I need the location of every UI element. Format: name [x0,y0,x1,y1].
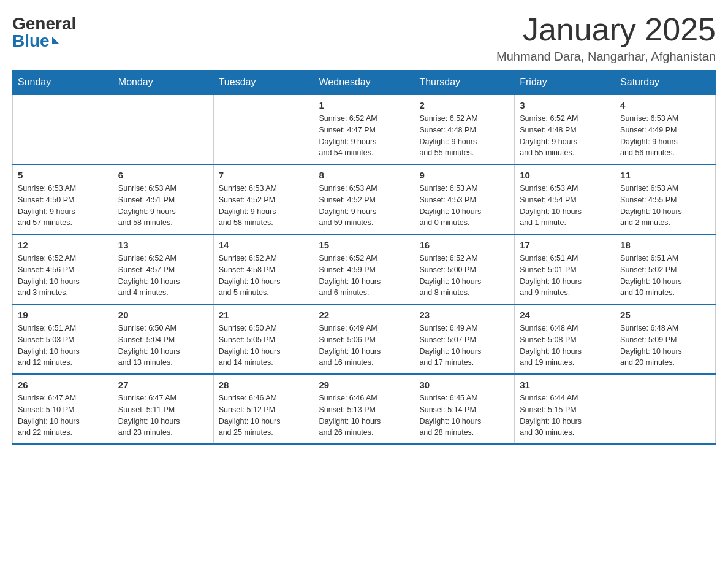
day-info: Sunrise: 6:51 AM Sunset: 5:03 PM Dayligh… [18,323,108,369]
weekday-header-wednesday: Wednesday [314,71,414,95]
day-number: 30 [419,380,509,390]
day-info: Sunrise: 6:52 AM Sunset: 4:47 PM Dayligh… [319,113,409,159]
calendar-cell: 4Sunrise: 6:53 AM Sunset: 4:49 PM Daylig… [615,94,716,164]
calendar-week-row: 12Sunrise: 6:52 AM Sunset: 4:56 PM Dayli… [13,234,716,304]
calendar-cell: 14Sunrise: 6:52 AM Sunset: 4:58 PM Dayli… [213,234,314,304]
day-number: 10 [520,170,610,180]
day-number: 16 [419,240,509,250]
calendar-cell: 15Sunrise: 6:52 AM Sunset: 4:59 PM Dayli… [314,234,414,304]
day-info: Sunrise: 6:52 AM Sunset: 4:57 PM Dayligh… [118,253,208,299]
logo-triangle-icon [52,37,59,44]
day-info: Sunrise: 6:47 AM Sunset: 5:11 PM Dayligh… [118,393,208,439]
page-header: General Blue January 2025 Muhmand Dara, … [12,12,716,64]
day-number: 15 [319,240,409,250]
day-number: 4 [620,100,710,110]
day-info: Sunrise: 6:53 AM Sunset: 4:55 PM Dayligh… [620,183,710,229]
day-number: 6 [118,170,208,180]
day-info: Sunrise: 6:46 AM Sunset: 5:12 PM Dayligh… [219,393,309,439]
calendar-cell [113,94,213,164]
calendar-cell: 1Sunrise: 6:52 AM Sunset: 4:47 PM Daylig… [314,94,414,164]
weekday-header-saturday: Saturday [615,71,716,95]
day-number: 13 [118,240,208,250]
day-number: 5 [18,170,108,180]
day-number: 21 [219,310,309,320]
day-info: Sunrise: 6:52 AM Sunset: 4:48 PM Dayligh… [520,113,610,159]
day-number: 26 [18,380,108,390]
day-number: 22 [319,310,409,320]
day-info: Sunrise: 6:44 AM Sunset: 5:15 PM Dayligh… [520,393,610,439]
calendar-cell [13,94,113,164]
day-number: 9 [419,170,509,180]
day-number: 24 [520,310,610,320]
day-info: Sunrise: 6:48 AM Sunset: 5:09 PM Dayligh… [620,323,710,369]
calendar-week-row: 19Sunrise: 6:51 AM Sunset: 5:03 PM Dayli… [13,304,716,374]
calendar-cell: 16Sunrise: 6:52 AM Sunset: 5:00 PM Dayli… [414,234,515,304]
calendar-cell: 23Sunrise: 6:49 AM Sunset: 5:07 PM Dayli… [414,304,515,374]
day-info: Sunrise: 6:52 AM Sunset: 5:00 PM Dayligh… [419,253,509,299]
weekday-header-monday: Monday [113,71,213,95]
calendar-cell: 11Sunrise: 6:53 AM Sunset: 4:55 PM Dayli… [615,164,716,234]
calendar-cell: 20Sunrise: 6:50 AM Sunset: 5:04 PM Dayli… [113,304,213,374]
day-number: 20 [118,310,208,320]
day-number: 27 [118,380,208,390]
day-number: 18 [620,240,710,250]
day-info: Sunrise: 6:52 AM Sunset: 4:48 PM Dayligh… [419,113,509,159]
calendar-cell: 22Sunrise: 6:49 AM Sunset: 5:06 PM Dayli… [314,304,414,374]
calendar-cell: 24Sunrise: 6:48 AM Sunset: 5:08 PM Dayli… [515,304,615,374]
day-info: Sunrise: 6:47 AM Sunset: 5:10 PM Dayligh… [18,393,108,439]
calendar-cell: 26Sunrise: 6:47 AM Sunset: 5:10 PM Dayli… [13,374,113,444]
logo-general-text: General [12,15,76,33]
day-info: Sunrise: 6:50 AM Sunset: 5:05 PM Dayligh… [219,323,309,369]
weekday-header-thursday: Thursday [414,71,515,95]
calendar-cell: 28Sunrise: 6:46 AM Sunset: 5:12 PM Dayli… [213,374,314,444]
calendar-cell: 9Sunrise: 6:53 AM Sunset: 4:53 PM Daylig… [414,164,515,234]
calendar-cell: 27Sunrise: 6:47 AM Sunset: 5:11 PM Dayli… [113,374,213,444]
calendar-cell: 31Sunrise: 6:44 AM Sunset: 5:15 PM Dayli… [515,374,615,444]
logo-blue-text: Blue [12,33,76,50]
day-info: Sunrise: 6:53 AM Sunset: 4:49 PM Dayligh… [620,113,710,159]
day-number: 14 [219,240,309,250]
day-info: Sunrise: 6:53 AM Sunset: 4:52 PM Dayligh… [219,183,309,229]
calendar-cell: 21Sunrise: 6:50 AM Sunset: 5:05 PM Dayli… [213,304,314,374]
calendar-cell: 3Sunrise: 6:52 AM Sunset: 4:48 PM Daylig… [515,94,615,164]
calendar-table: SundayMondayTuesdayWednesdayThursdayFrid… [12,70,716,445]
day-info: Sunrise: 6:49 AM Sunset: 5:07 PM Dayligh… [419,323,509,369]
day-info: Sunrise: 6:53 AM Sunset: 4:51 PM Dayligh… [118,183,208,229]
calendar-cell [213,94,314,164]
day-info: Sunrise: 6:52 AM Sunset: 4:59 PM Dayligh… [319,253,409,299]
day-info: Sunrise: 6:53 AM Sunset: 4:54 PM Dayligh… [520,183,610,229]
day-info: Sunrise: 6:48 AM Sunset: 5:08 PM Dayligh… [520,323,610,369]
calendar-cell: 30Sunrise: 6:45 AM Sunset: 5:14 PM Dayli… [414,374,515,444]
calendar-cell: 7Sunrise: 6:53 AM Sunset: 4:52 PM Daylig… [213,164,314,234]
day-number: 28 [219,380,309,390]
day-info: Sunrise: 6:51 AM Sunset: 5:01 PM Dayligh… [520,253,610,299]
calendar-cell: 6Sunrise: 6:53 AM Sunset: 4:51 PM Daylig… [113,164,213,234]
day-number: 11 [620,170,710,180]
title-section: January 2025 Muhmand Dara, Nangarhar, Af… [496,12,716,64]
logo: General Blue [12,12,76,50]
day-number: 17 [520,240,610,250]
day-number: 7 [219,170,309,180]
day-info: Sunrise: 6:53 AM Sunset: 4:50 PM Dayligh… [18,183,108,229]
calendar-cell: 12Sunrise: 6:52 AM Sunset: 4:56 PM Dayli… [13,234,113,304]
weekday-header-tuesday: Tuesday [213,71,314,95]
calendar-cell: 29Sunrise: 6:46 AM Sunset: 5:13 PM Dayli… [314,374,414,444]
calendar-cell: 2Sunrise: 6:52 AM Sunset: 4:48 PM Daylig… [414,94,515,164]
calendar-cell: 13Sunrise: 6:52 AM Sunset: 4:57 PM Dayli… [113,234,213,304]
calendar-week-row: 1Sunrise: 6:52 AM Sunset: 4:47 PM Daylig… [13,94,716,164]
day-info: Sunrise: 6:45 AM Sunset: 5:14 PM Dayligh… [419,393,509,439]
day-number: 1 [319,100,409,110]
calendar-cell: 5Sunrise: 6:53 AM Sunset: 4:50 PM Daylig… [13,164,113,234]
day-number: 29 [319,380,409,390]
day-info: Sunrise: 6:52 AM Sunset: 4:58 PM Dayligh… [219,253,309,299]
calendar-header-row: SundayMondayTuesdayWednesdayThursdayFrid… [13,71,716,95]
day-number: 19 [18,310,108,320]
calendar-week-row: 5Sunrise: 6:53 AM Sunset: 4:50 PM Daylig… [13,164,716,234]
day-number: 3 [520,100,610,110]
day-number: 8 [319,170,409,180]
day-info: Sunrise: 6:52 AM Sunset: 4:56 PM Dayligh… [18,253,108,299]
calendar-cell: 18Sunrise: 6:51 AM Sunset: 5:02 PM Dayli… [615,234,716,304]
weekday-header-sunday: Sunday [13,71,113,95]
calendar-cell: 25Sunrise: 6:48 AM Sunset: 5:09 PM Dayli… [615,304,716,374]
day-number: 31 [520,380,610,390]
